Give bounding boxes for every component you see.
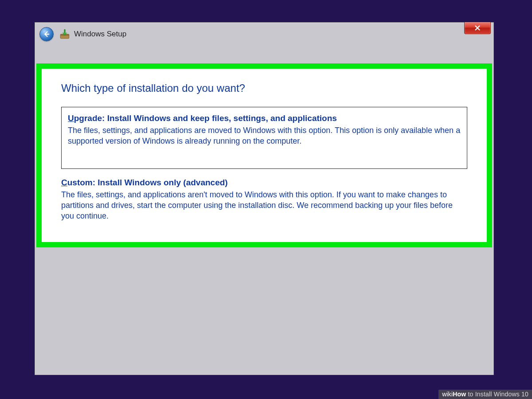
page-heading: Which type of installation do you want? [61, 82, 467, 94]
mnemonic-letter: C [61, 178, 67, 187]
watermark-rest: to Install Windows 10 [466, 391, 528, 398]
desktop-background: Windows Setup Which type of installation… [0, 0, 532, 399]
option-upgrade[interactable]: Upgrade: Install Windows and keep files,… [61, 107, 467, 169]
close-button[interactable] [464, 22, 491, 34]
setup-icon [59, 28, 70, 40]
arrow-left-icon [43, 30, 51, 38]
watermark-how: How [453, 391, 466, 398]
installation-type-panel: Which type of installation do you want? … [36, 63, 492, 247]
titlebar: Windows Setup [35, 23, 493, 46]
option-custom[interactable]: Custom: Install Windows only (advanced) … [61, 177, 467, 222]
title-rest: ustom: Install Windows only (advanced) [67, 178, 228, 187]
option-custom-title: Custom: Install Windows only (advanced) [61, 177, 467, 188]
option-custom-description: The files, settings, and applications ar… [61, 189, 467, 222]
back-button[interactable] [39, 27, 54, 41]
setup-window: Windows Setup Which type of installation… [35, 22, 494, 375]
watermark: wikiHow to Install Windows 10 [438, 390, 532, 399]
option-upgrade-description: The files, settings, and applications ar… [68, 125, 461, 147]
option-upgrade-title: Upgrade: Install Windows and keep files,… [68, 113, 461, 124]
close-icon [474, 25, 481, 31]
window-title: Windows Setup [74, 30, 126, 39]
title-rest: pgrade: Install Windows and keep files, … [74, 113, 337, 123]
mnemonic-letter: U [68, 113, 74, 123]
watermark-wiki: wiki [442, 391, 453, 398]
